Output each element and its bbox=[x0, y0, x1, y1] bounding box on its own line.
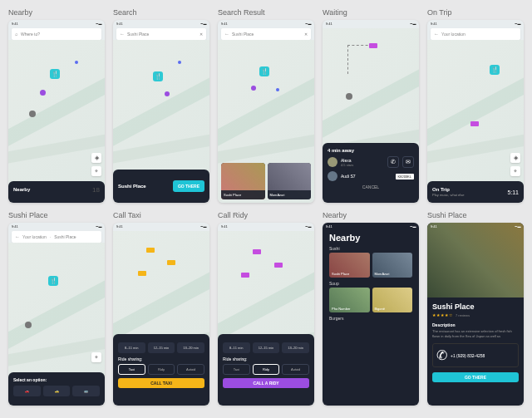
eta-chip[interactable]: 13–20 min bbox=[177, 342, 204, 353]
car-avatar bbox=[328, 171, 337, 181]
screen-title: Call Ridy bbox=[218, 211, 314, 219]
service-pill[interactable]: Taxi bbox=[223, 364, 250, 375]
share-label: Ride sharing: bbox=[223, 357, 309, 361]
place-card[interactable]: MomAzuri bbox=[372, 253, 413, 278]
screen-title: Nearby bbox=[8, 8, 105, 17]
phone-icon: ✆ bbox=[436, 347, 447, 363]
dot bbox=[178, 61, 181, 64]
service-pill[interactable]: Ridy bbox=[148, 364, 175, 375]
dest-pin: 🍴 bbox=[48, 276, 58, 286]
breadcrumb: ←Your location·Sushi Place bbox=[12, 231, 101, 243]
place-card[interactable]: Pho Number bbox=[329, 288, 370, 312]
eta-chip[interactable]: 8–11 min bbox=[118, 342, 145, 353]
option-chip[interactable]: 🚕 bbox=[43, 386, 71, 396]
clear-icon[interactable]: ✕ bbox=[200, 32, 203, 37]
screen-title: Sushi Place bbox=[427, 211, 524, 219]
service-pill[interactable]: Ridy bbox=[253, 364, 280, 375]
trip-sheet[interactable]: On Trip Play music, what else 5:11 bbox=[427, 181, 524, 203]
back-icon[interactable]: ← bbox=[224, 32, 229, 37]
result-card[interactable]: Sushi Place bbox=[221, 163, 265, 199]
search-input[interactable]: ←Sushi Place✕ bbox=[116, 28, 206, 40]
call-taxi-button[interactable]: CALL TAXI bbox=[118, 378, 204, 388]
status-bar: 9:41••• ▬ bbox=[8, 20, 105, 27]
hero-image: 9:41••• ▬ bbox=[427, 223, 524, 298]
poi-pin[interactable]: 🍴 bbox=[50, 69, 60, 79]
category-heading: Burgers bbox=[329, 316, 412, 321]
service-pill[interactable]: Autoid bbox=[282, 364, 309, 375]
go-there-button[interactable]: GO THERE bbox=[173, 180, 204, 192]
layers-button[interactable]: ◈ bbox=[510, 153, 520, 163]
locate-button[interactable]: ⌖ bbox=[91, 352, 101, 362]
eta-chip[interactable]: 12–15 min bbox=[253, 342, 280, 353]
dest-pin: 🍴 bbox=[490, 65, 500, 75]
poi-pin[interactable]: 🍴 bbox=[259, 66, 269, 76]
phone-number: +1 (929) 832-4258 bbox=[451, 353, 485, 358]
driver-sheet: 4 min away Alexa 4.5 stars ✆ ✉ Audi S7 K… bbox=[323, 143, 419, 203]
screen-title: On Trip bbox=[427, 8, 524, 17]
location-bar[interactable]: ←Your location bbox=[431, 28, 520, 40]
cancel-button[interactable]: CANCEL bbox=[328, 184, 414, 189]
dot bbox=[276, 88, 279, 91]
map[interactable]: 🍴 ◈ ⌖ bbox=[8, 40, 105, 203]
screen-search-result: Search Result 9:41••• ▬ ←Sushi Place✕ 🍴 … bbox=[218, 8, 314, 203]
status-bar: 9:41••• ▬ bbox=[8, 223, 105, 229]
taxi-icon bbox=[138, 271, 146, 276]
status-bar: 9:41••• ▬ bbox=[323, 223, 419, 229]
search-input[interactable]: ⌕Where to? bbox=[12, 28, 101, 40]
ridy-icon bbox=[253, 249, 261, 254]
nearby-sheet[interactable]: Nearby 18 bbox=[8, 181, 105, 203]
dot bbox=[75, 61, 78, 64]
category-heading: Soup bbox=[329, 281, 412, 286]
phone-row[interactable]: ✆ +1 (929) 832-4258 bbox=[432, 343, 519, 367]
go-there-button[interactable]: GO THERE bbox=[432, 372, 519, 382]
locate-button[interactable]: ⌖ bbox=[91, 166, 101, 176]
ridy-icon bbox=[241, 273, 249, 278]
eta-chip[interactable]: 13–20 min bbox=[282, 342, 309, 353]
search-input[interactable]: ←Sushi Place✕ bbox=[221, 28, 311, 40]
phone-frame: 9:41••• ▬ 4 min away Alexa 4.5 stars ✆ ✉… bbox=[323, 20, 419, 203]
back-icon[interactable]: ← bbox=[15, 234, 20, 239]
map[interactable]: 🍴 ◈ ⌖ bbox=[427, 40, 524, 203]
user-pin bbox=[25, 322, 32, 328]
poi-pin[interactable]: 🍴 bbox=[153, 71, 163, 81]
service-pill[interactable]: Taxi bbox=[118, 364, 145, 375]
phone-frame: 9:41••• ▬ ⌕Where to? 🍴 ◈ ⌖ Nearby 18 bbox=[8, 20, 105, 203]
review-count: 7 reviews bbox=[456, 313, 470, 317]
dot bbox=[165, 91, 170, 96]
service-pill[interactable]: Autoid bbox=[177, 364, 204, 375]
screens-grid: Nearby 9:41••• ▬ ⌕Where to? 🍴 ◈ ⌖ Nearby… bbox=[8, 8, 524, 406]
eta-chip[interactable]: 12–15 min bbox=[148, 342, 175, 353]
car-icon bbox=[369, 43, 377, 48]
message-button[interactable]: ✉ bbox=[402, 156, 414, 168]
option-chip[interactable]: 🚌 bbox=[72, 386, 100, 396]
call-button[interactable]: ✆ bbox=[387, 156, 399, 168]
place-name: Sushi Place bbox=[432, 302, 519, 311]
locate-button[interactable]: ⌖ bbox=[510, 166, 520, 176]
screen-title: Nearby bbox=[323, 211, 419, 219]
poi-dot[interactable] bbox=[40, 90, 46, 96]
dot bbox=[251, 86, 256, 91]
result-card[interactable]: MomAzuri bbox=[268, 163, 312, 199]
screen-title: Search bbox=[113, 8, 209, 17]
layers-button[interactable]: ◈ bbox=[91, 153, 101, 163]
license-plate: K8203KL bbox=[396, 174, 414, 179]
place-card[interactable]: Bigoné bbox=[372, 288, 413, 312]
clear-icon[interactable]: ✕ bbox=[304, 32, 308, 37]
back-icon[interactable]: ← bbox=[120, 32, 125, 37]
search-icon: ⌕ bbox=[15, 32, 18, 37]
option-chip[interactable]: 🚗 bbox=[13, 386, 41, 396]
trip-timer: 5:11 bbox=[507, 189, 519, 195]
place-card[interactable]: Sushi Place bbox=[329, 253, 370, 278]
share-label: Ride sharing: bbox=[118, 357, 204, 361]
options-heading: Select an option: bbox=[13, 377, 100, 382]
screen-title: Search Result bbox=[218, 8, 314, 17]
screen-nearby-list: Nearby 9:41••• ▬ Nearby Sushi Sushi Plac… bbox=[323, 211, 419, 406]
eta-chip[interactable]: 8–11 min bbox=[223, 342, 250, 353]
back-icon[interactable]: ← bbox=[434, 32, 439, 37]
screen-sushi-place: Sushi Place 9:41••• ▬ ←Your location·Sus… bbox=[8, 211, 105, 406]
phone-frame: 9:41••• ▬ ←Your location 🍴 ◈ ⌖ On Trip P… bbox=[427, 20, 524, 203]
screen-title: Waiting bbox=[323, 8, 419, 17]
page-title: Nearby bbox=[329, 233, 412, 243]
call-ridy-button[interactable]: CALL A RIDY bbox=[223, 378, 309, 388]
phone-frame: 9:41••• ▬ ←Sushi Place✕ 🍴 Sushi Place Mo… bbox=[218, 20, 314, 203]
